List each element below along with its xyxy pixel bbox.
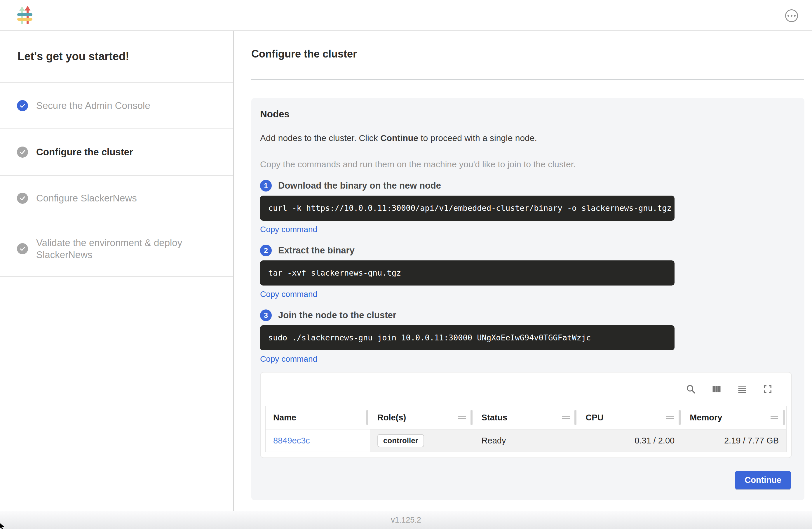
step-2-number-badge: 2 [260, 245, 272, 256]
copy-commands-hint: Copy the commands and run them on the ma… [260, 159, 791, 169]
step-3-title: Join the node to the cluster [278, 310, 396, 320]
columns-icon[interactable] [711, 384, 722, 395]
card-actions: Continue [260, 471, 791, 489]
column-menu-icon[interactable] [666, 414, 675, 421]
node-cpu-cell: 0.31 / 2.00 [578, 429, 682, 452]
step-2-command-code: tar -xvf slackernews-gnu.tgz [260, 260, 675, 286]
title-divider [251, 80, 804, 80]
check-circle-icon [17, 100, 28, 111]
mouse-cursor [0, 523, 5, 529]
page-title: Configure the cluster [251, 48, 357, 60]
sidebar-item-label: Validate the environment & deploy Slacke… [36, 237, 217, 261]
footer-bar: v1.125.2 [0, 511, 812, 529]
table-header-row: Name Role(s) Status [266, 406, 786, 429]
column-resize-handle[interactable] [366, 410, 368, 425]
top-bar [0, 0, 812, 31]
slackernews-logo-icon [17, 6, 33, 25]
setup-steps-sidebar: Let's get you started! Secure the Admin … [0, 31, 234, 511]
column-header-status[interactable]: Status [474, 406, 578, 429]
step-3-copy-command-link[interactable]: Copy command [260, 354, 317, 364]
step-2-title: Extract the binary [278, 245, 354, 256]
node-name-cell: 8849ec3c [266, 429, 370, 452]
check-circle-icon [17, 243, 28, 254]
sidebar-item-secure-admin-console[interactable]: Secure the Admin Console [0, 82, 233, 128]
column-menu-icon[interactable] [562, 414, 570, 421]
step-2-header: 2 Extract the binary [260, 245, 791, 256]
column-resize-handle[interactable] [783, 410, 785, 425]
column-menu-icon[interactable] [458, 414, 466, 421]
column-header-name[interactable]: Name [266, 406, 370, 429]
main-content: Configure the cluster Nodes Add nodes to… [234, 31, 812, 511]
sidebar-item-label: Configure the cluster [36, 146, 133, 158]
sidebar-item-validate-deploy[interactable]: Validate the environment & deploy Slacke… [0, 221, 233, 277]
role-badge: controller [377, 434, 424, 447]
step-2-copy-command-link[interactable]: Copy command [260, 290, 317, 299]
check-circle-icon [17, 193, 28, 204]
search-icon[interactable] [686, 384, 696, 395]
node-status-cell: Ready [474, 429, 578, 452]
column-header-memory[interactable]: Memory [682, 406, 786, 429]
step-1-header: 1 Download the binary on the new node [260, 180, 791, 191]
step-3-number-badge: 3 [260, 310, 272, 321]
nodes-card: Nodes Add nodes to the cluster. Click Co… [251, 98, 804, 500]
column-resize-handle[interactable] [679, 410, 681, 425]
check-circle-icon [17, 146, 28, 158]
density-icon[interactable] [737, 384, 748, 395]
nodes-section-title: Nodes [260, 109, 791, 120]
step-1-number-badge: 1 [260, 180, 272, 191]
column-header-roles[interactable]: Role(s) [370, 406, 474, 429]
continue-button[interactable]: Continue [735, 471, 791, 489]
sidebar-item-label: Configure SlackerNews [36, 192, 137, 204]
step-3-command-code: sudo ./slackernews-gnu join 10.0.0.11:30… [260, 325, 675, 350]
step-1-title: Download the binary on the new node [278, 181, 441, 191]
column-menu-icon[interactable] [770, 414, 779, 421]
step-1-copy-command-link[interactable]: Copy command [260, 225, 317, 234]
column-header-cpu[interactable]: CPU [578, 406, 682, 429]
sidebar-item-configure-cluster[interactable]: Configure the cluster [0, 128, 233, 175]
column-resize-handle[interactable] [470, 410, 473, 425]
sidebar-title: Let's get you started! [0, 31, 233, 82]
app-version-label: v1.125.2 [391, 516, 421, 525]
node-memory-cell: 2.19 / 7.77 GB [682, 429, 786, 452]
nodes-intro-text: Add nodes to the cluster. Click Continue… [260, 133, 791, 143]
node-roles-cell: controller [370, 429, 474, 452]
step-3-header: 3 Join the node to the cluster [260, 310, 791, 321]
fullscreen-icon[interactable] [763, 384, 773, 394]
sidebar-item-label: Secure the Admin Console [36, 100, 150, 112]
step-1-command-code: curl -k https://10.0.0.11:30000/api/v1/e… [260, 196, 675, 221]
data-grid: Name Role(s) Status [265, 406, 787, 452]
node-name-link[interactable]: 8849ec3c [273, 436, 310, 445]
more-options-button[interactable] [785, 9, 798, 22]
table-row: 8849ec3c controller Ready 0.31 / 2.00 2.… [266, 429, 786, 452]
sidebar-item-configure-slackernews[interactable]: Configure SlackerNews [0, 175, 233, 221]
nodes-table: Name Role(s) Status [260, 372, 792, 458]
table-toolbar [261, 373, 791, 406]
column-resize-handle[interactable] [575, 410, 577, 425]
